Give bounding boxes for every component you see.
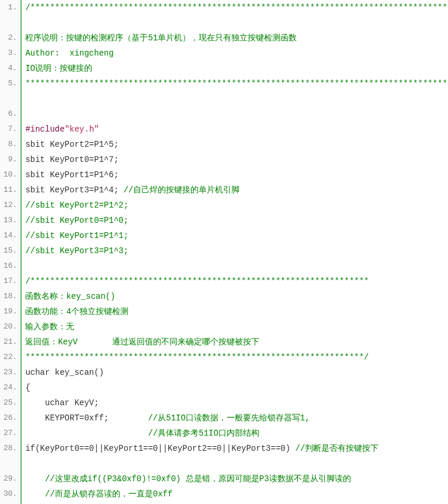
line-number: 20. (0, 319, 20, 334)
code-line: { (22, 502, 448, 504)
line-number: 8. (0, 137, 20, 152)
code-token: #include (25, 125, 64, 134)
code-token: //判断是否有按键按下 (295, 444, 378, 453)
code-token: ****************************************… (25, 353, 369, 362)
line-number: 13. (0, 213, 20, 228)
code-line: //sbit KeyPort2=P1^2; (22, 198, 448, 213)
code-line (22, 106, 448, 122)
line-number: 21. (0, 334, 20, 350)
code-line: 输入参数：无 (22, 319, 448, 334)
code-line: ****************************************… (22, 350, 448, 365)
code-token (25, 261, 30, 271)
line-number: 27. (0, 426, 20, 441)
line-number: 7. (0, 122, 20, 137)
code-token: //sbit KeyPort3=P1^3; (25, 246, 128, 256)
line-number: 17. (0, 274, 20, 289)
code-token: 函数功能：4个独立按键检测 (25, 307, 128, 316)
code-token: "key.h" (65, 125, 99, 134)
code-line: 返回值：KeyV 通过返回值的不同来确定哪个按键被按下 (22, 334, 448, 350)
code-line: #include"key.h" (22, 122, 448, 137)
code-line: sbit KeyPort3=P1^4; //自己焊的按键接的单片机引脚 (22, 182, 448, 198)
line-number: 11. (0, 182, 20, 198)
line-number: 14. (0, 228, 20, 243)
line-number: 6. (0, 106, 20, 122)
code-token (25, 429, 148, 438)
line-number: 10. (0, 167, 20, 182)
line-number: 19. (0, 304, 20, 319)
code-token: //具体请参考51IO口内部结构 (148, 429, 259, 438)
code-line: sbit KeyPort2=P1^5; (22, 137, 448, 152)
code-line: if(KeyPort0==0||KeyPort1==0||KeyPort2==0… (22, 441, 448, 471)
line-number: 30. (0, 486, 20, 502)
code-line: { (22, 380, 448, 395)
line-number: 12. (0, 198, 20, 213)
code-line: ****************************************… (22, 76, 448, 106)
code-line: //而是从锁存器读的，一直是0xff (22, 486, 448, 502)
line-number: 15. (0, 243, 20, 258)
code-token: sbit KeyPort0=P1^7; (25, 155, 119, 164)
code-token (25, 474, 45, 484)
code-line: KEYPORT=0xff; //从51IO口读数据，一般要先给锁存器写1, (22, 410, 448, 426)
code-token: //这里改成if((P3&0xf0)!=0xf0) 总是错，原因可能是P3读数据… (45, 474, 351, 484)
line-number: 26. (0, 410, 20, 426)
line-number-gutter: 1.2.3.4.5.6.7.8.9.10.11.12.13.14.15.16.1… (0, 0, 22, 504)
code-token: 输入参数：无 (25, 322, 74, 332)
code-line: uchar key_scan() (22, 365, 448, 380)
code-token: sbit KeyPort2=P1^5; (25, 140, 119, 149)
line-number: 25. (0, 395, 20, 410)
code-line: 函数功能：4个独立按键检测 (22, 304, 448, 319)
code-line: /***************************************… (22, 0, 448, 30)
line-number: 23. (0, 365, 20, 380)
code-line: sbit KeyPort0=P1^7; (22, 152, 448, 167)
code-line: IO说明：按键接的 (22, 61, 448, 76)
code-token: KEYPORT=0xff; (25, 413, 148, 423)
code-line: //这里改成if((P3&0xf0)!=0xf0) 总是错，原因可能是P3读数据… (22, 471, 448, 486)
line-number: 9. (0, 152, 20, 167)
code-token: /***************************************… (25, 277, 369, 286)
code-line: 程序说明：按键的检测程序（基于51单片机），现在只有独立按键检测函数 (22, 30, 448, 46)
code-token: //自己焊的按键接的单片机引脚 (123, 185, 239, 195)
line-number: 29. (0, 471, 20, 486)
code-token: Author: xingcheng (25, 49, 113, 58)
code-line: /***************************************… (22, 274, 448, 289)
code-editor: 1.2.3.4.5.6.7.8.9.10.11.12.13.14.15.16.1… (0, 0, 448, 504)
line-number: 24. (0, 380, 20, 395)
code-line (22, 258, 448, 274)
code-token: 返回值：KeyV 通过返回值的不同来确定哪个按键被按下 (25, 337, 259, 347)
code-token: //sbit KeyPort2=P1^2; (25, 201, 128, 210)
line-number: 16. (0, 258, 20, 274)
code-token: { (25, 383, 30, 392)
code-line: sbit KeyPort1=P1^6; (22, 167, 448, 182)
code-token: //从51IO口读数据，一般要先给锁存器写1, (148, 413, 310, 423)
line-number: 5. (0, 76, 20, 106)
line-number: 1. (0, 0, 20, 30)
code-token: 函数名称：key_scan() (25, 292, 115, 301)
code-token: //而是从锁存器读的，一直是0xff (45, 489, 172, 499)
code-line: //sbit KeyPort1=P1^1; (22, 228, 448, 243)
code-token: sbit KeyPort3=P1^4; (25, 185, 123, 195)
code-token: 程序说明：按键的检测程序（基于51单片机），现在只有独立按键检测函数 (25, 33, 297, 43)
line-number: 2. (0, 30, 20, 46)
code-line: //sbit KeyPort3=P1^3; (22, 243, 448, 258)
code-token: sbit KeyPort1=P1^6; (25, 170, 119, 179)
code-line: //sbit KeyPort0=P1^0; (22, 213, 448, 228)
line-number: 28. (0, 441, 20, 471)
line-number: 18. (0, 289, 20, 304)
code-token: if(KeyPort0==0||KeyPort1==0||KeyPort2==0… (25, 444, 295, 453)
code-line: uchar KeyV; (22, 395, 448, 410)
code-token: //sbit KeyPort0=P1^0; (25, 216, 128, 225)
code-line: Author: xingcheng (22, 46, 448, 61)
line-number: 22. (0, 350, 20, 365)
code-token: /***************************************… (25, 3, 448, 12)
line-number: 31. (0, 502, 20, 504)
code-token: uchar key_scan() (25, 368, 103, 377)
line-number: 3. (0, 46, 20, 61)
code-token: //sbit KeyPort1=P1^1; (25, 231, 128, 240)
code-token: uchar KeyV; (25, 398, 99, 408)
code-token: ****************************************… (25, 79, 448, 88)
code-token (25, 109, 30, 119)
code-area: /***************************************… (22, 0, 448, 504)
code-token: IO说明：按键接的 (25, 64, 92, 73)
code-line: //具体请参考51IO口内部结构 (22, 426, 448, 441)
code-token (25, 489, 45, 499)
